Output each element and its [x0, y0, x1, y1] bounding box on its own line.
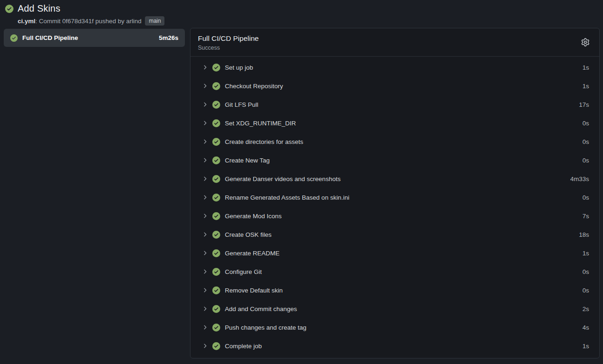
- step-name: Complete job: [225, 343, 262, 350]
- step-duration: 0s: [583, 157, 589, 164]
- step-row[interactable]: Create New Tag 0s: [190, 151, 599, 169]
- chevron-right-icon[interactable]: [202, 138, 208, 145]
- step-success-icon: [212, 286, 220, 294]
- step-row[interactable]: Generate Danser videos and screenshots 4…: [190, 169, 599, 188]
- step-duration: 1s: [583, 343, 589, 350]
- chevron-right-icon[interactable]: [202, 287, 208, 293]
- run-success-icon: [5, 5, 13, 13]
- branch-badge[interactable]: main: [145, 16, 164, 26]
- step-duration: 7s: [583, 213, 589, 220]
- step-duration: 0s: [583, 138, 589, 145]
- chevron-right-icon[interactable]: [202, 83, 208, 89]
- chevron-right-icon[interactable]: [202, 120, 208, 126]
- job-name: Full CI/CD Pipeline: [22, 34, 78, 41]
- step-success-icon: [212, 156, 220, 164]
- chevron-right-icon[interactable]: [202, 157, 208, 163]
- step-success-icon: [212, 119, 220, 127]
- step-row[interactable]: Create OSK files 18s: [190, 225, 599, 244]
- run-subtitle: ci.yml: Commit 0f678d341f pushed by arli…: [18, 16, 598, 26]
- step-row[interactable]: Create directories for assets 0s: [190, 132, 599, 151]
- job-detail-header: Full CI/CD Pipeline Success: [190, 28, 599, 57]
- chevron-right-icon[interactable]: [202, 231, 208, 238]
- step-name: Create New Tag: [225, 157, 270, 164]
- step-duration: 4m33s: [570, 176, 589, 182]
- step-row[interactable]: Git LFS Pull 17s: [190, 95, 599, 114]
- step-duration: 18s: [579, 231, 589, 238]
- workflow-file-link[interactable]: ci.yml: [18, 18, 35, 25]
- step-name: Push changes and create tag: [225, 324, 307, 331]
- chevron-right-icon[interactable]: [202, 268, 208, 275]
- chevron-right-icon[interactable]: [202, 324, 208, 331]
- step-row[interactable]: Push changes and create tag 4s: [190, 318, 599, 337]
- step-name: Set up job: [225, 64, 253, 71]
- step-duration: 0s: [583, 268, 589, 275]
- step-name: Git LFS Pull: [225, 101, 258, 108]
- step-name: Create directories for assets: [225, 138, 303, 145]
- step-success-icon: [212, 324, 220, 332]
- step-success-icon: [212, 64, 220, 72]
- step-row[interactable]: Generate Mod Icons 7s: [190, 207, 599, 225]
- steps-list: Set up job 1s Checkout Repository 1s Git…: [190, 57, 599, 358]
- step-duration: 0s: [583, 194, 589, 201]
- step-name: Checkout Repository: [225, 83, 283, 90]
- chevron-right-icon[interactable]: [202, 213, 208, 219]
- step-name: Generate Mod Icons: [225, 213, 282, 220]
- step-success-icon: [212, 342, 220, 350]
- step-row[interactable]: Remove Default skin 0s: [190, 281, 599, 299]
- step-row[interactable]: Generate README 1s: [190, 244, 599, 262]
- chevron-right-icon[interactable]: [202, 176, 208, 182]
- step-row[interactable]: Add and Commit changes 2s: [190, 299, 599, 318]
- jobs-sidebar: Full CI/CD Pipeline 5m26s: [4, 28, 185, 47]
- step-name: Rename Generated Assets Based on skin.in…: [225, 194, 349, 201]
- job-detail-panel: Full CI/CD Pipeline Success Set up job 1…: [190, 28, 600, 358]
- step-name: Configure Git: [225, 268, 262, 275]
- chevron-right-icon[interactable]: [202, 194, 208, 201]
- step-success-icon: [212, 101, 220, 109]
- step-success-icon: [212, 231, 220, 239]
- chevron-right-icon[interactable]: [202, 250, 208, 256]
- step-name: Generate README: [225, 250, 280, 257]
- run-main: Full CI/CD Pipeline 5m26s Full CI/CD Pip…: [0, 28, 603, 358]
- step-row[interactable]: Set XDG_RUNTIME_DIR 0s: [190, 114, 599, 132]
- step-row[interactable]: Rename Generated Assets Based on skin.in…: [190, 188, 599, 207]
- step-duration: 1s: [583, 64, 589, 71]
- step-name: Set XDG_RUNTIME_DIR: [225, 120, 296, 127]
- step-duration: 2s: [583, 306, 589, 312]
- step-success-icon: [212, 305, 220, 313]
- chevron-right-icon[interactable]: [202, 306, 208, 312]
- step-duration: 17s: [579, 101, 589, 108]
- run-header: Add Skins ci.yml: Commit 0f678d341f push…: [0, 0, 603, 28]
- step-row[interactable]: Set up job 1s: [190, 58, 599, 77]
- job-status-text: Success: [198, 45, 590, 51]
- step-success-icon: [212, 194, 220, 202]
- run-title: Add Skins: [18, 3, 60, 14]
- step-duration: 0s: [583, 287, 589, 294]
- step-duration: 1s: [583, 250, 589, 257]
- step-success-icon: [212, 82, 220, 90]
- step-row[interactable]: Complete job 1s: [190, 337, 599, 355]
- commit-text: : Commit 0f678d341f pushed by arlind: [35, 18, 141, 25]
- step-name: Create OSK files: [225, 231, 272, 238]
- job-detail-title: Full CI/CD Pipeline: [198, 34, 590, 43]
- step-name: Remove Default skin: [225, 287, 283, 294]
- chevron-right-icon[interactable]: [202, 343, 208, 349]
- step-duration: 1s: [583, 83, 589, 90]
- step-name: Add and Commit changes: [225, 306, 297, 312]
- step-duration: 4s: [583, 324, 589, 331]
- step-success-icon: [212, 249, 220, 257]
- job-success-icon: [10, 34, 18, 42]
- chevron-right-icon[interactable]: [202, 64, 208, 71]
- step-name: Generate Danser videos and screenshots: [225, 176, 341, 182]
- sidebar-job-full-cicd-pipeline[interactable]: Full CI/CD Pipeline 5m26s: [4, 29, 185, 47]
- gear-icon[interactable]: [580, 37, 590, 47]
- job-duration: 5m26s: [159, 34, 178, 41]
- step-success-icon: [212, 138, 220, 146]
- step-success-icon: [212, 268, 220, 276]
- step-row[interactable]: Checkout Repository 1s: [190, 77, 599, 95]
- step-success-icon: [212, 212, 220, 220]
- chevron-right-icon[interactable]: [202, 101, 208, 108]
- step-duration: 0s: [583, 120, 589, 127]
- step-row[interactable]: Configure Git 0s: [190, 262, 599, 281]
- step-success-icon: [212, 175, 220, 183]
